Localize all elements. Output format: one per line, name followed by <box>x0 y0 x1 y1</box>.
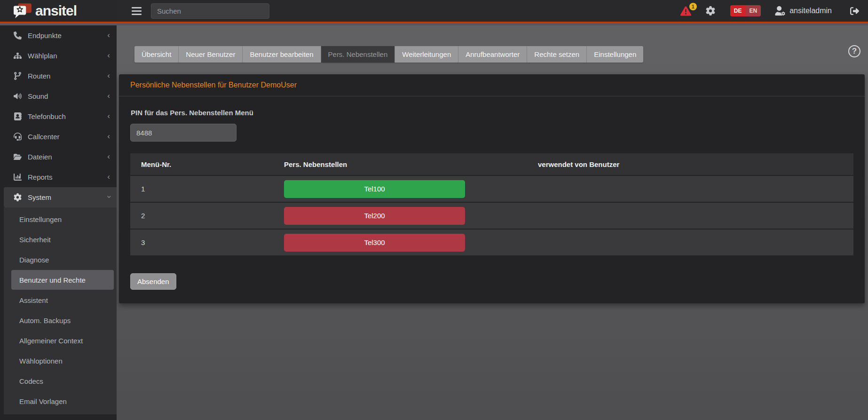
sidebar-item-label: Dateien <box>28 153 52 161</box>
folder-icon <box>14 153 22 161</box>
branch-icon <box>14 72 22 80</box>
phone-icon <box>14 32 22 40</box>
top-bar: ansitel 1 DE EN ansiteladmin <box>0 0 868 24</box>
sidebar-nav: Endpunkte‹Wählplan‹Routen‹Sound‹Telefonb… <box>0 25 117 420</box>
extension-button[interactable]: Tel200 <box>284 207 465 225</box>
language-switch: DE EN <box>730 5 761 16</box>
column-header: Menü-Nr. <box>130 160 284 168</box>
tab-rechte-setzen[interactable]: Rechte setzen <box>527 46 587 63</box>
alerts-button[interactable]: 1 <box>680 6 692 16</box>
sidebar-item-label: Routen <box>28 72 50 80</box>
menu-number-cell: 2 <box>130 212 284 220</box>
search-input[interactable] <box>151 3 269 19</box>
user-menu[interactable]: ansiteladmin <box>775 6 832 16</box>
table-header-row: Menü-Nr.Pers. Nebenstellenverwendet von … <box>130 153 853 175</box>
tab-einstellungen[interactable]: Einstellungen <box>587 46 643 63</box>
extension-cell: Tel300 <box>284 234 538 252</box>
sidebar-item-label: Endpunkte <box>28 32 62 40</box>
username-label: ansiteladmin <box>789 7 832 15</box>
extension-button[interactable]: Tel100 <box>284 180 465 198</box>
chart-icon <box>14 173 22 181</box>
submenu-item-codecs[interactable]: Codecs <box>4 371 117 391</box>
chevron-left-icon: ‹ <box>107 31 110 39</box>
sign-out-icon <box>850 7 860 16</box>
extension-cell: Tel200 <box>284 207 538 225</box>
menu-toggle-icon[interactable] <box>130 5 143 17</box>
headset-icon <box>14 133 22 141</box>
gear-icon <box>706 6 715 16</box>
sidebar-item-label: Sound <box>28 92 48 100</box>
chevron-left-icon: ‹ <box>107 51 110 59</box>
sidebar-item-reports[interactable]: Reports‹ <box>0 167 117 187</box>
tab-weiterleitungen[interactable]: Weiterleitungen <box>395 46 458 63</box>
submenu-item-allgemeiner-context[interactable]: Allgemeiner Context <box>4 331 117 350</box>
gears-icon <box>14 193 22 201</box>
system-submenu: EinstellungenSicherheitDiagnoseBenutzer … <box>4 207 117 414</box>
chevron-left-icon: ‹ <box>107 152 110 160</box>
content-panel: Persönliche Nebenstellen für Benutzer De… <box>119 74 865 303</box>
tab-benutzer-bearbeiten[interactable]: Benutzer bearbeiten <box>243 46 321 63</box>
help-button[interactable]: ? <box>848 45 860 57</box>
sitemap-icon <box>14 52 22 60</box>
pin-input[interactable] <box>130 124 237 142</box>
sidebar-item-label: Wählplan <box>28 52 57 60</box>
sidebar-item-sound[interactable]: Sound‹ <box>0 86 117 106</box>
submenu-item-einstellungen[interactable]: Einstellungen <box>4 209 117 229</box>
submenu-item-diagnose[interactable]: Diagnose <box>4 250 117 269</box>
tab-bar: ÜbersichtNeuer BenutzerBenutzer bearbeit… <box>134 46 643 63</box>
pin-label: PIN für das Pers. Nebenstellen Menü <box>131 109 853 117</box>
sidebar-item-label: System <box>28 193 51 201</box>
submenu-item-autom-backups[interactable]: Autom. Backups <box>4 310 117 330</box>
column-header: Pers. Nebenstellen <box>284 160 538 168</box>
sidebar-item-label: Reports <box>28 173 53 181</box>
chevron-down-icon: ‹ <box>105 196 113 198</box>
sidebar-item-label: Telefonbuch <box>28 112 66 120</box>
submenu-item-sicherheit[interactable]: Sicherheit <box>4 230 117 249</box>
sidebar-item-system[interactable]: System‹ <box>4 187 117 207</box>
panel-header: Persönliche Nebenstellen für Benutzer De… <box>119 74 865 96</box>
tab-ubersicht[interactable]: Übersicht <box>134 46 179 63</box>
tab-anrufbeantworter[interactable]: Anrufbeantworter <box>458 46 527 63</box>
address-book-icon <box>14 112 22 120</box>
logout-button[interactable] <box>850 7 860 16</box>
sidebar-item-wahlplan[interactable]: Wählplan‹ <box>0 46 117 66</box>
table-row: 1Tel100 <box>130 176 853 202</box>
submenu-item-wahloptionen[interactable]: Wähloptionen <box>4 351 117 371</box>
logo-text: ansitel <box>35 4 77 18</box>
column-header: verwendet von Benutzer <box>538 160 853 168</box>
sidebar-item-dateien[interactable]: Dateien‹ <box>0 147 117 167</box>
chevron-left-icon: ‹ <box>107 71 110 79</box>
settings-gear-button[interactable] <box>706 6 715 16</box>
table-row: 3Tel300 <box>130 230 853 255</box>
logo-speech-bubbles-icon <box>13 3 33 19</box>
chevron-left-icon: ‹ <box>107 112 110 120</box>
chevron-left-icon: ‹ <box>107 132 110 140</box>
submenu-item-assistent[interactable]: Assistent <box>4 290 117 310</box>
chevron-left-icon: ‹ <box>107 92 110 100</box>
app-logo[interactable]: ansitel <box>0 0 117 22</box>
extension-button[interactable]: Tel300 <box>284 234 465 252</box>
submenu-item-benutzer-und-rechte[interactable]: Benutzer und Rechte <box>11 270 114 290</box>
alert-count-badge: 1 <box>689 3 697 10</box>
user-gear-icon <box>775 6 785 16</box>
menu-number-cell: 1 <box>130 185 284 193</box>
tab-pers-nebenstellen[interactable]: Pers. Nebenstellen <box>321 46 395 63</box>
submit-button[interactable]: Absenden <box>130 273 176 290</box>
lang-de-button[interactable]: DE <box>730 5 746 16</box>
table-row: 2Tel200 <box>130 203 853 229</box>
extension-cell: Tel100 <box>284 180 538 198</box>
volume-icon <box>14 92 22 100</box>
topbar-actions: 1 DE EN ansiteladmin <box>680 5 868 16</box>
sidebar-item-label: Callcenter <box>28 133 60 141</box>
submenu-item-email-vorlagen[interactable]: Email Vorlagen <box>4 391 117 411</box>
sidebar-item-telefonbuch[interactable]: Telefonbuch‹ <box>0 106 117 127</box>
tab-neuer-benutzer[interactable]: Neuer Benutzer <box>179 46 243 63</box>
panel-body: PIN für das Pers. Nebenstellen Menü Menü… <box>119 96 865 301</box>
sidebar-item-callcenter[interactable]: Callcenter‹ <box>0 127 117 147</box>
lang-en-button[interactable]: EN <box>746 5 761 16</box>
main-content: ÜbersichtNeuer BenutzerBenutzer bearbeit… <box>117 25 868 420</box>
chevron-left-icon: ‹ <box>107 173 110 181</box>
menu-number-cell: 3 <box>130 238 284 246</box>
sidebar-item-routen[interactable]: Routen‹ <box>0 66 117 86</box>
sidebar-item-endpunkte[interactable]: Endpunkte‹ <box>0 25 117 46</box>
